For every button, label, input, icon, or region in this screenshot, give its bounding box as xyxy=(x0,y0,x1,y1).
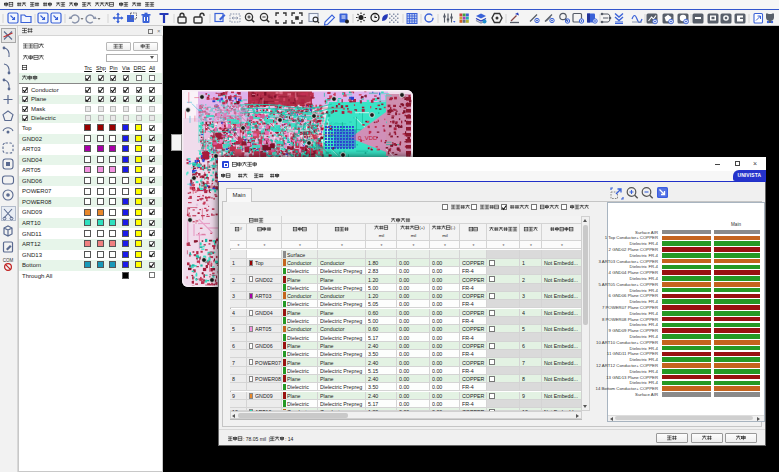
svg-text:COM: COM xyxy=(3,258,14,263)
svg-text:TQTA: TQTA xyxy=(300,134,314,140)
svg-text:0_VDD: 0_VDD xyxy=(358,135,378,141)
